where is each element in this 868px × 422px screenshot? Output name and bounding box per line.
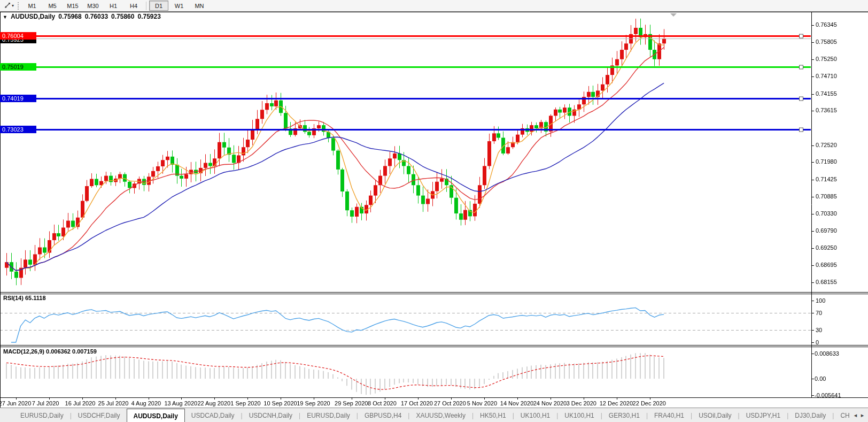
- macd-tick-label: 0.008633: [815, 350, 839, 357]
- timeframe-button-mn[interactable]: MN: [190, 1, 209, 11]
- hline-price-label[interactable]: 0.75019: [0, 63, 36, 71]
- hline-price-label[interactable]: 0.74019: [0, 95, 36, 102]
- rsi-panel-label: RSI(14) 65.1118: [3, 295, 46, 301]
- timeframe-button-m1[interactable]: M1: [22, 1, 42, 11]
- tab-usdcad-daily[interactable]: USDCAD,Daily: [185, 408, 241, 422]
- date-tick-label: 4 Aug 2020: [131, 400, 161, 406]
- timeframe-button-d1[interactable]: D1: [149, 1, 168, 11]
- macd-panel-label: MACD(12,26,9) 0.006362 0.007159: [3, 348, 97, 355]
- tab-fra40-h1[interactable]: FRA40,H1: [648, 408, 691, 422]
- price-tick-label: 0.75250: [816, 56, 837, 62]
- date-tick-label: 19 Sep 2020: [297, 400, 330, 406]
- timeframe-button-w1[interactable]: W1: [169, 1, 189, 11]
- price-tick-label: 0.76345: [816, 21, 837, 28]
- tab-dj30-daily[interactable]: DJ30,Daily: [788, 408, 832, 422]
- price-tick-label: 0.69790: [816, 227, 837, 234]
- chart-cursor-icon[interactable]: [2, 2, 12, 10]
- tab-scroll-buttons: ◂ ▸: [850, 408, 868, 422]
- date-tick-label: 13 Aug 2020: [164, 400, 197, 406]
- tab-usdchf-daily[interactable]: USDCHF,Daily: [72, 408, 127, 422]
- date-tick-label: 27 Jun 2020: [0, 400, 31, 406]
- macd-tick-label: 0.00: [815, 375, 826, 382]
- date-tick-label: 14 Nov 2020: [500, 400, 533, 406]
- price-tick-label: 0.74155: [816, 90, 837, 97]
- date-tick-label: 5 Nov 2020: [467, 400, 497, 406]
- price-tick-label: 0.75805: [816, 39, 837, 45]
- cursor-dropdown-caret[interactable]: ▾: [12, 3, 14, 8]
- date-tick-label: 27 Oct 2020: [434, 400, 466, 406]
- ohlc-close: 0.75923: [137, 13, 160, 20]
- macd-tick-label: -0.005641: [815, 392, 841, 398]
- price-tick-label: 0.71425: [816, 176, 837, 182]
- date-tick-label: 16 Jul 2020: [65, 400, 96, 406]
- tab-scroll-right-icon[interactable]: ▸: [861, 412, 864, 419]
- date-tick-label: 22 Dec 2020: [633, 400, 666, 406]
- price-tick-label: 0.70885: [816, 193, 837, 200]
- tab-eurusd-daily[interactable]: EURUSD,Daily: [300, 408, 356, 422]
- chart-title-bar: ▼AUDUSD,Daily0.759680.760330.758600.7592…: [3, 13, 164, 20]
- toolbar-grip: [18, 2, 19, 10]
- toolbar-separator: [146, 2, 146, 10]
- timeframe-button-m5[interactable]: M5: [43, 1, 62, 11]
- chart-canvas[interactable]: [0, 0, 868, 422]
- ohlc-open: 0.75968: [58, 13, 81, 20]
- price-tick-label: 0.69250: [816, 244, 837, 251]
- date-tick-label: 10 Sep 2020: [264, 400, 297, 406]
- date-tick-label: 29 Sep 2020: [335, 400, 368, 406]
- timeframe-button-m30[interactable]: M30: [83, 1, 103, 11]
- date-tick-label: 25 Jul 2020: [98, 400, 129, 406]
- tab-uk100-h1[interactable]: UK100,H1: [558, 408, 600, 422]
- rsi-tick-label: 70: [816, 310, 822, 316]
- date-tick-label: 12 Dec 2020: [600, 400, 633, 406]
- tab-ger30-h1[interactable]: GER30,H1: [602, 408, 646, 422]
- rsi-tick-label: 0: [816, 339, 819, 346]
- date-tick-label: 22 Aug 2020: [197, 400, 230, 406]
- rsi-tick-label: 100: [816, 297, 825, 304]
- tab-usoil-daily[interactable]: USOil,Daily: [692, 408, 738, 422]
- price-tick-label: 0.70330: [816, 210, 837, 217]
- date-tick-label: 24 Nov 2020: [533, 400, 567, 406]
- toolbar: ▾ M1M5M15M30H1H4D1W1MN: [0, 0, 868, 12]
- timeframe-button-h4[interactable]: H4: [124, 1, 143, 11]
- hline-price-label[interactable]: 0.76004: [0, 32, 36, 40]
- date-tick-label: 7 Jul 2020: [32, 400, 59, 406]
- tab-audusd-daily[interactable]: AUDUSD,Daily: [127, 409, 185, 422]
- date-tick-label: 1 Sep 2020: [230, 400, 260, 406]
- tab-usdjpy-h1[interactable]: USDJPY,H1: [740, 408, 787, 422]
- date-tick-label: 17 Oct 2020: [401, 400, 433, 406]
- chart-symbol-label: AUDUSD,Daily: [11, 13, 55, 20]
- tab-xauusd-weekly[interactable]: XAUUSD,Weekly: [409, 408, 471, 422]
- price-tick-label: 0.68695: [816, 262, 837, 268]
- one-click-collapse-icon[interactable]: ▼: [3, 14, 7, 20]
- tab-eurusd-daily[interactable]: EURUSD,Daily: [14, 408, 70, 422]
- chart-tab-bar: EURUSD,Daily|USDCHF,DailyAUDUSD,DailyUSD…: [0, 408, 868, 422]
- ohlc-high: 0.76033: [85, 13, 108, 20]
- hline-price-label[interactable]: 0.73023: [0, 126, 36, 133]
- price-tick-label: 0.68155: [816, 279, 837, 285]
- date-tick-label: 8 Oct 2020: [368, 400, 397, 406]
- tab-scroll-left-icon[interactable]: ◂: [854, 412, 857, 419]
- timeframe-button-h1[interactable]: H1: [104, 1, 123, 11]
- tab-uk100-h1[interactable]: UK100,H1: [514, 408, 556, 422]
- tab-hk50-h1[interactable]: HK50,H1: [474, 408, 513, 422]
- rsi-tick-label: 30: [816, 327, 822, 333]
- ohlc-low: 0.75860: [111, 13, 134, 20]
- date-tick-label: 3 Dec 2020: [567, 400, 596, 406]
- price-tick-label: 0.74710: [816, 73, 837, 79]
- price-tick-label: 0.71980: [816, 158, 837, 165]
- timeframe-button-m15[interactable]: M15: [63, 1, 82, 11]
- tab-gbpusd-h4[interactable]: GBPUSD,H4: [358, 408, 408, 422]
- tab-usdcnh-daily[interactable]: USDCNH,Daily: [243, 408, 299, 422]
- price-tick-label: 0.72520: [816, 142, 837, 148]
- price-tick-label: 0.73615: [816, 107, 837, 113]
